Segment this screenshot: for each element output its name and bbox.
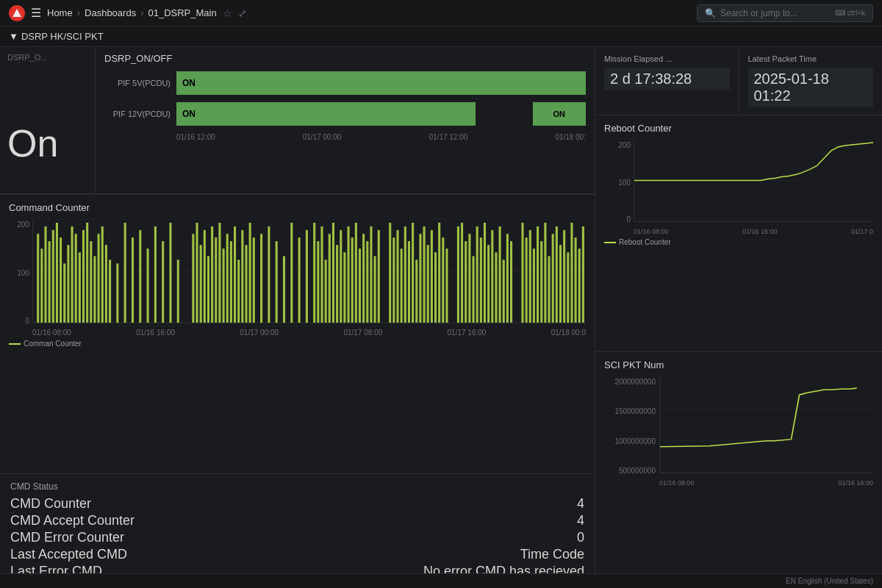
svg-rect-10 <box>60 237 62 323</box>
svg-rect-114 <box>552 234 554 323</box>
svg-rect-32 <box>177 259 179 323</box>
reboot-x1: 01/16 08:00 <box>634 228 669 235</box>
sci-y1: 500000000 <box>604 467 656 475</box>
search-placeholder: Search or jump to... <box>720 8 797 18</box>
last-accepted-label: Last Accepted CMD <box>10 547 127 562</box>
svg-rect-69 <box>359 248 361 323</box>
timeline-x4: 01/18 00: <box>555 133 586 141</box>
svg-rect-104 <box>506 234 509 323</box>
svg-rect-70 <box>362 234 365 323</box>
svg-rect-51 <box>268 226 270 323</box>
svg-rect-17 <box>86 223 88 323</box>
svg-rect-52 <box>276 241 278 323</box>
cmd-accept-value: 4 <box>577 513 584 528</box>
svg-rect-85 <box>427 245 429 323</box>
svg-rect-112 <box>544 223 546 323</box>
svg-rect-108 <box>529 230 531 323</box>
svg-rect-57 <box>313 223 315 323</box>
cmd-counter-row: CMD Counter 4 <box>10 496 584 512</box>
reboot-counter-title: Reboot Counter <box>604 123 873 134</box>
share-icon[interactable]: ⤢ <box>238 7 247 19</box>
svg-rect-91 <box>457 226 459 323</box>
reboot-x3: 01/17 0 <box>851 228 873 235</box>
svg-rect-99 <box>487 245 490 323</box>
svg-rect-81 <box>412 223 414 323</box>
last-accepted-value: Time Code <box>520 547 584 562</box>
svg-rect-21 <box>101 226 104 323</box>
cmd-accept-label: CMD Accept Counter <box>10 513 135 528</box>
svg-rect-82 <box>415 259 417 323</box>
cmd-y3: 200 <box>9 220 29 229</box>
svg-rect-76 <box>392 237 395 323</box>
svg-rect-26 <box>132 237 134 323</box>
svg-rect-25 <box>124 223 126 323</box>
svg-rect-56 <box>306 230 308 323</box>
svg-rect-120 <box>575 237 577 323</box>
cmd-x2: 01/16 16:00 <box>136 329 175 337</box>
cmd-counter-chart-area <box>32 219 586 323</box>
svg-rect-78 <box>401 248 403 323</box>
svg-marker-0 <box>12 9 21 17</box>
svg-rect-86 <box>431 230 433 323</box>
section-collapse-icon[interactable]: ▼ <box>9 31 18 42</box>
reboot-legend-line <box>604 242 616 243</box>
cmd-counter-legend: Comman Counter <box>9 340 586 348</box>
timeline-x1: 01/16 12:00 <box>176 133 215 141</box>
svg-rect-41 <box>223 248 225 323</box>
sci-pkt-chart-area <box>659 376 873 473</box>
cmd-y1: 0 <box>9 317 29 325</box>
pif5v-label: PIF 5V(PCDU) <box>104 79 171 87</box>
reboot-y-labels: 200 100 0 <box>604 140 631 235</box>
breadcrumb-home[interactable]: Home <box>47 7 73 18</box>
svg-rect-72 <box>370 226 372 323</box>
topbar: ☰ Home › Dashboards › 01_DSRP_Main ☆ ⤢ 🔍… <box>0 0 882 26</box>
svg-rect-74 <box>378 230 380 323</box>
latest-packet-card: Latest Packet Time 2025-01-18 01:22 <box>739 47 883 115</box>
sci-pkt-title: SCI PKT Num <box>604 359 873 370</box>
svg-rect-4 <box>37 234 39 323</box>
svg-rect-22 <box>105 245 107 323</box>
svg-rect-97 <box>480 237 482 323</box>
svg-rect-93 <box>465 241 467 323</box>
svg-rect-38 <box>211 226 213 323</box>
latest-packet-title: Latest Packet Time <box>748 54 874 63</box>
breadcrumb-dashboards[interactable]: Dashboards <box>85 7 136 18</box>
svg-rect-28 <box>147 248 149 323</box>
pif12v-label: PIF 12V(PCDU) <box>104 110 171 118</box>
svg-rect-118 <box>567 252 569 323</box>
svg-rect-54 <box>290 223 293 323</box>
last-accepted-row: Last Accepted CMD Time Code <box>10 547 584 562</box>
svg-rect-36 <box>204 230 206 323</box>
sci-y2: 1000000000 <box>604 437 656 445</box>
svg-rect-119 <box>570 223 573 323</box>
svg-rect-64 <box>340 230 342 323</box>
cmd-error-label: CMD Error Counter <box>10 530 124 545</box>
breadcrumb-actions: ☆ ⤢ <box>223 7 247 19</box>
svg-rect-89 <box>442 237 444 323</box>
timeline-x2: 01/17 00:00 <box>303 133 342 141</box>
svg-rect-16 <box>82 230 85 323</box>
sci-y4: 2000000000 <box>604 378 656 386</box>
cmd-error-row: CMD Error Counter 0 <box>10 530 584 545</box>
topbar-left: ☰ Home › Dashboards › 01_DSRP_Main ☆ ⤢ <box>9 5 247 21</box>
svg-rect-109 <box>533 248 535 323</box>
cmd-counter-value: 4 <box>577 496 584 512</box>
cmd-legend-label: Comman Counter <box>24 340 82 348</box>
svg-rect-115 <box>556 226 558 323</box>
reboot-y2: 100 <box>604 179 631 187</box>
breadcrumb-sep1: › <box>77 7 80 18</box>
section-title: DSRP HK/SCI PKT <box>21 31 104 42</box>
svg-rect-27 <box>139 230 141 323</box>
cmd-status-card: CMD Status CMD Counter 4 CMD Accept Coun… <box>0 473 595 588</box>
sci-x1: 01/16 08:00 <box>659 479 695 487</box>
svg-rect-101 <box>495 252 497 323</box>
pif12v-bar-on2: ON <box>533 102 586 126</box>
svg-rect-88 <box>438 223 440 323</box>
dsrp-status-card: DSRP_O... On <box>0 47 96 193</box>
menu-button[interactable]: ☰ <box>31 6 41 20</box>
timeline-x3: 01/17 12:00 <box>429 133 468 141</box>
star-icon[interactable]: ☆ <box>223 7 232 19</box>
search-bar[interactable]: 🔍 Search or jump to... ⌨ ctrl+k <box>697 4 873 22</box>
sci-pkt-card: SCI PKT Num 2000000000 1500000000 100000… <box>595 352 882 588</box>
footer-locale: EN English (United States) <box>786 577 873 585</box>
